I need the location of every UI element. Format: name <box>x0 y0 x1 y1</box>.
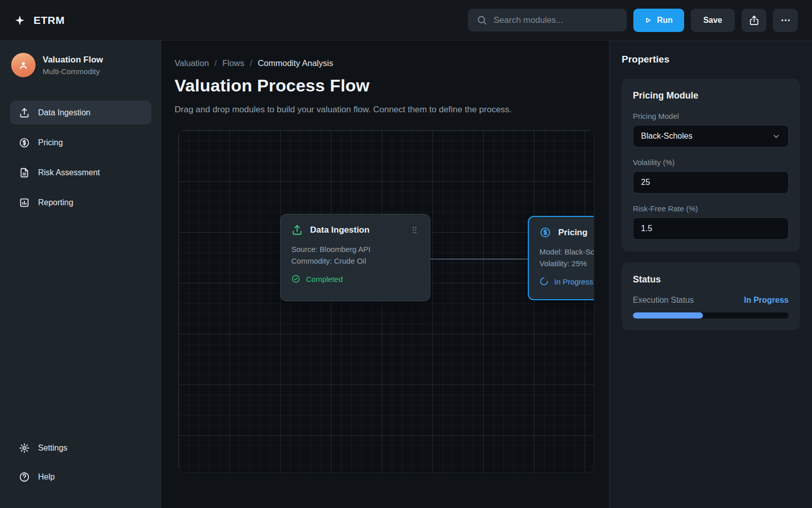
node-detail: Commodity: Crude Oil <box>291 255 419 267</box>
risk-free-rate-label: Risk-Free Rate (%) <box>633 204 789 213</box>
sidebar-item-data-ingestion[interactable]: Data Ingestion <box>10 101 151 124</box>
breadcrumb-current: Commodity Analysis <box>258 58 333 68</box>
workspace-subtitle: Multi-Commodity <box>43 67 103 76</box>
execution-status-label: Execution Status <box>633 296 694 305</box>
upload-icon <box>291 224 303 236</box>
volatility-input[interactable] <box>641 178 781 187</box>
play-icon <box>645 17 652 24</box>
node-detail: Source: Bloomberg API <box>291 243 419 255</box>
save-button[interactable]: Save <box>691 9 735 32</box>
check-circle-icon <box>291 274 300 283</box>
breadcrumb-valuation[interactable]: Valuation <box>175 58 209 68</box>
pricing-model-select[interactable]: Black-Scholes <box>633 125 789 147</box>
risk-free-rate-input[interactable] <box>641 224 781 233</box>
sidebar: Valuation Flow Multi-Commodity Data Inge… <box>0 41 161 508</box>
dollar-circle-icon <box>19 137 30 148</box>
user-icon <box>17 58 30 72</box>
sidebar-item-settings[interactable]: Settings <box>10 436 151 460</box>
avatar <box>11 53 36 77</box>
node-detail: Volatility: 25% <box>539 258 594 269</box>
dollar-circle-icon <box>539 227 551 238</box>
node-pricing[interactable]: Pricing Model: Black-Scholes Volatility:… <box>528 216 594 300</box>
app-logo: ETRM <box>14 14 65 26</box>
execution-status-value: In Progress <box>744 296 789 305</box>
main-content: Valuation / Flows / Commodity Analysis V… <box>161 41 609 508</box>
document-icon <box>19 167 30 178</box>
progress-fill <box>633 312 703 319</box>
brand-name: ETRM <box>33 14 65 26</box>
node-status-in-progress: In Progress <box>539 277 594 286</box>
properties-panel: Properties Pricing Module Pricing Model … <box>609 41 812 508</box>
search-input[interactable] <box>494 15 618 25</box>
volatility-label: Volatility (%) <box>633 158 789 167</box>
progress-bar <box>633 312 789 319</box>
sidebar-item-pricing[interactable]: Pricing <box>10 131 151 154</box>
share-icon <box>749 15 760 26</box>
page-subtitle: Drag and drop modules to build your valu… <box>175 102 554 117</box>
upload-icon <box>19 107 30 118</box>
breadcrumb: Valuation / Flows / Commodity Analysis <box>175 58 609 68</box>
drag-handle-icon[interactable] <box>410 226 419 235</box>
share-button[interactable] <box>741 9 766 32</box>
status-title: Status <box>633 274 789 285</box>
node-data-ingestion[interactable]: Data Ingestion Source: Bloomberg API Com… <box>280 214 430 301</box>
pricing-module-card: Pricing Module Pricing Model Black-Schol… <box>622 79 800 251</box>
ellipsis-icon <box>780 15 791 26</box>
sidebar-item-risk-assessment[interactable]: Risk Assessment <box>10 161 151 184</box>
flow-canvas[interactable]: Data Ingestion Source: Bloomberg API Com… <box>178 130 594 473</box>
panel-title: Properties <box>622 54 800 65</box>
workspace-header: Valuation Flow Multi-Commodity <box>10 53 151 77</box>
bar-chart-icon <box>19 197 30 208</box>
page-title: Valuation Process Flow <box>175 76 609 96</box>
sidebar-item-reporting[interactable]: Reporting <box>10 190 151 214</box>
workspace-title: Valuation Flow <box>43 55 103 65</box>
topbar: ETRM Run Save <box>0 0 812 41</box>
breadcrumb-flows[interactable]: Flows <box>222 58 244 68</box>
chevron-down-icon <box>772 132 781 141</box>
gear-icon <box>19 442 30 454</box>
search-icon <box>477 15 487 25</box>
node-status-completed: Completed <box>291 274 419 283</box>
spinner-icon <box>539 277 549 286</box>
sparkle-icon <box>14 15 25 26</box>
node-connector <box>430 259 528 260</box>
node-detail: Model: Black-Scholes <box>539 246 594 258</box>
pricing-model-label: Pricing Model <box>633 112 789 120</box>
help-circle-icon <box>19 471 30 483</box>
run-button[interactable]: Run <box>633 9 684 32</box>
pricing-module-title: Pricing Module <box>633 90 789 101</box>
search-box[interactable] <box>468 9 627 31</box>
status-card: Status Execution Status In Progress <box>622 263 800 330</box>
more-button[interactable] <box>773 9 798 32</box>
sidebar-item-help[interactable]: Help <box>10 465 151 489</box>
